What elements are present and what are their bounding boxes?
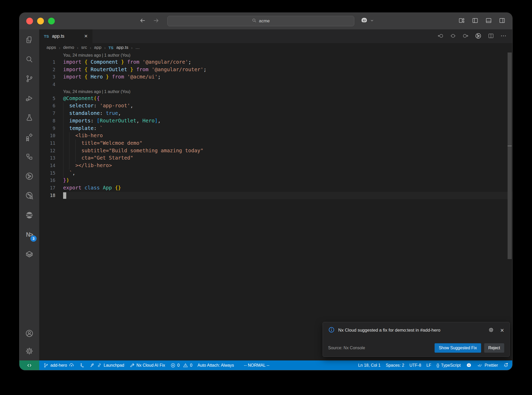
extensions-icon[interactable] xyxy=(23,131,36,143)
chevron-down-icon[interactable] xyxy=(370,18,374,24)
code-line[interactable]: 3import { Hero } from '@acme/ui'; xyxy=(39,73,512,81)
code-line[interactable]: 10 <lib-hero xyxy=(39,132,512,140)
copilot-status-icon[interactable] xyxy=(463,360,475,370)
breadcrumb-file[interactable]: app.ts xyxy=(116,45,128,50)
breadcrumb-item[interactable]: apps xyxy=(46,45,56,50)
indent-guide xyxy=(75,147,76,155)
zoom-window-button[interactable] xyxy=(48,18,55,24)
code-line[interactable]: 9 template: ` xyxy=(39,125,512,132)
toggle-primary-sidebar-icon[interactable] xyxy=(472,17,478,25)
problems-status[interactable]: 0 0 xyxy=(168,360,195,370)
breadcrumb-item[interactable]: demo xyxy=(63,45,74,50)
graph-circle-icon[interactable] xyxy=(23,170,36,182)
search-icon[interactable] xyxy=(23,53,36,65)
explorer-icon[interactable] xyxy=(23,34,36,46)
code-line[interactable]: 2import { RouterOutlet } from '@angular/… xyxy=(39,66,512,74)
line-number: 8 xyxy=(39,117,55,125)
code-line[interactable]: 12 subtitle="Build something amazing tod… xyxy=(39,147,512,155)
accounts-icon[interactable] xyxy=(23,327,36,340)
indent-guide xyxy=(69,132,69,140)
code-line[interactable]: 17export class App {} xyxy=(39,184,512,192)
eol-status[interactable]: LF xyxy=(424,360,434,370)
code-line[interactable]: 14 ></lib-hero> xyxy=(39,162,512,169)
code-line[interactable]: 13 cta="Get Started" xyxy=(39,154,512,162)
breadcrumb-separator: › xyxy=(77,45,78,50)
nx-cloud-ai-fix-status[interactable]: Nx Cloud AI Fix xyxy=(127,360,168,370)
run-and-debug-icon[interactable] xyxy=(23,92,36,104)
typescript-file-icon: TS xyxy=(44,34,49,38)
nav-position-circle-icon[interactable] xyxy=(450,33,456,40)
toggle-panel-icon[interactable] xyxy=(485,17,492,25)
cursor-position-status[interactable]: Ln 18, Col 1 xyxy=(356,360,383,370)
code-line[interactable]: 4 xyxy=(39,81,512,88)
line-number: 18 xyxy=(39,192,55,199)
source-control-icon[interactable] xyxy=(23,73,36,85)
auto-attach-status[interactable]: Auto Attach: Always xyxy=(195,360,237,370)
notification-close-icon[interactable]: ✕ xyxy=(500,327,504,333)
reject-button[interactable]: Reject xyxy=(484,343,504,353)
testing-icon[interactable] xyxy=(23,111,36,124)
indent-guide xyxy=(69,140,69,147)
notifications-bell-icon[interactable] xyxy=(501,360,512,370)
breadcrumb-item[interactable]: app xyxy=(94,45,101,50)
code-line[interactable]: 15 `, xyxy=(39,169,512,177)
graph-search-icon[interactable] xyxy=(23,189,36,202)
boxes-connected-icon[interactable] xyxy=(23,150,36,163)
indentation-status[interactable]: Spaces: 2 xyxy=(383,360,407,370)
nx-graph-circle-icon[interactable] xyxy=(475,32,482,40)
language-mode-status[interactable]: {} TypeScript xyxy=(434,360,463,370)
notification-toast: Nx Cloud suggested a fix for demo:test i… xyxy=(323,322,510,357)
code-line[interactable]: 1import { Component } from '@angular/cor… xyxy=(39,58,512,66)
warnings-icon xyxy=(183,363,188,368)
tab-app-ts[interactable]: TS app.ts ✕ xyxy=(39,29,92,43)
copilot-icon[interactable] xyxy=(360,16,368,26)
code-line[interactable]: 6 selector: 'app-root', xyxy=(39,102,512,110)
close-window-button[interactable] xyxy=(26,18,33,24)
code-line[interactable]: 8 imports: [RouterOutlet, Hero], xyxy=(39,117,512,125)
split-editor-icon[interactable] xyxy=(488,33,494,40)
navigate-back-icon[interactable] xyxy=(139,17,146,25)
navigate-forward-icon[interactable] xyxy=(153,17,159,25)
code-editor[interactable]: You, 24 minutes ago | 1 author (You)1imp… xyxy=(39,52,512,360)
typescript-file-icon: TS xyxy=(108,45,113,50)
notification-title: Nx Cloud suggested a fix for demo:test i… xyxy=(338,328,485,333)
settings-gear-icon[interactable] xyxy=(23,345,36,357)
indent-guide xyxy=(63,132,63,140)
code-line[interactable]: 18 xyxy=(39,192,512,199)
breadcrumb-more[interactable]: … xyxy=(135,45,140,50)
code-line[interactable]: 7 standalone: true, xyxy=(39,110,512,117)
more-actions-icon[interactable] xyxy=(500,33,507,40)
scrollbar-slider[interactable] xyxy=(508,52,512,259)
breadcrumb-item[interactable]: src xyxy=(81,45,87,50)
vim-mode-status[interactable]: -- NORMAL -- xyxy=(241,360,272,370)
command-center-search[interactable]: acme xyxy=(167,16,354,26)
editor-scrollbar[interactable] xyxy=(507,52,512,360)
angular-swirl-icon[interactable] xyxy=(23,209,36,221)
code-line[interactable]: 16}) xyxy=(39,177,512,184)
git-branch-status[interactable]: add-hero xyxy=(41,360,77,370)
encoding-status[interactable]: UTF-8 xyxy=(407,360,424,370)
remote-indicator[interactable] xyxy=(19,360,39,370)
minimize-window-button[interactable] xyxy=(37,18,44,24)
nav-back-circle-icon[interactable] xyxy=(437,33,444,40)
git-graph-status-icon[interactable] xyxy=(77,360,87,370)
notification-settings-gear-icon[interactable] xyxy=(488,327,494,334)
customize-layout-icon[interactable] xyxy=(458,17,465,25)
line-number: 9 xyxy=(39,125,55,132)
code-line[interactable]: 5@Component({ xyxy=(39,95,512,102)
nx-console-icon[interactable]: N> 3 xyxy=(23,228,36,241)
blame-annotation: You, 24 minutes ago | 1 author (You) xyxy=(39,52,512,58)
code-rows: You, 24 minutes ago | 1 author (You)1imp… xyxy=(39,52,512,199)
code-line[interactable]: 11 title="Welcmoe demo" xyxy=(39,140,512,147)
indent-guide xyxy=(75,154,76,162)
text-cursor xyxy=(63,192,66,199)
show-suggested-fix-button[interactable]: Show Suggested Fix xyxy=(435,343,481,353)
formatter-status[interactable]: Prettier xyxy=(475,360,501,370)
line-number: 4 xyxy=(39,81,55,88)
tab-close-icon[interactable]: ✕ xyxy=(84,34,88,39)
scrollbar-decoration xyxy=(508,146,512,146)
package-box-icon[interactable] xyxy=(23,248,36,260)
launchpad-status[interactable]: Launchpad xyxy=(87,360,127,370)
nav-forward-circle-icon[interactable] xyxy=(462,33,469,40)
toggle-secondary-sidebar-icon[interactable] xyxy=(499,17,506,25)
